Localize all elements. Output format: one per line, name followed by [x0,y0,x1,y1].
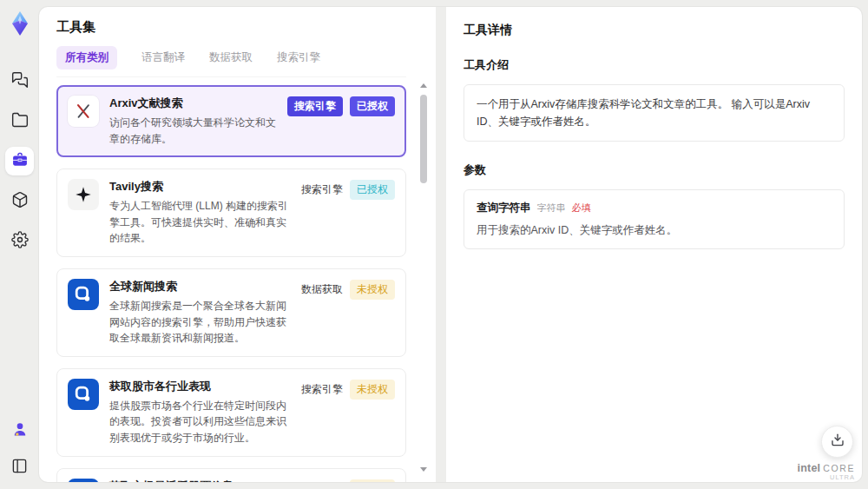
scrollbar-down-arrow-icon[interactable] [420,467,427,472]
tool-card[interactable]: 获取市场最活跃股票信息提供当天交易量最高的股票列表，投资者可以利用这些信息来识别… [56,468,406,482]
category-tab-3[interactable]: 搜索引擎 [277,46,320,69]
tool-name: Arxiv文献搜索 [109,96,279,111]
user-icon [11,420,29,440]
tool-info: Arxiv文献搜索访问各个研究领域大量科学论文和文章的存储库。 [109,96,279,147]
sidebar-bottom [0,416,39,481]
tool-badges: 搜索引擎已授权 [287,96,395,116]
category-badge: 搜索引擎 [301,180,343,200]
auth-badge: 未授权 [350,380,395,400]
params-heading: 参数 [464,162,845,178]
tool-description: 全球新闻搜索是一个聚合全球各大新闻网站内容的搜索引擎，帮助用户快速获取全球最新资… [109,298,293,347]
tool-card[interactable]: Tavily搜索专为人工智能代理 (LLM) 构建的搜索引擎工具。可快速提供实时… [56,169,406,257]
arxiv-icon [68,96,99,127]
param-required-badge: 必填 [572,202,591,215]
auth-badge: 已授权 [350,180,395,200]
user-button[interactable] [5,416,34,445]
tool-info: 获取股市各行业表现提供股票市场各个行业在特定时间段内的表现。投资者可以利用这些信… [109,379,293,446]
blue-app-icon [68,279,99,310]
blue-app-icon [68,379,99,410]
param-type: 字符串 [537,202,566,215]
detail-title: 工具详情 [464,23,845,38]
tavily-icon [68,179,99,210]
tool-card[interactable]: 全球新闻搜索全球新闻搜索是一个聚合全球各大新闻网站内容的搜索引擎，帮助用户快速获… [56,268,406,357]
tool-description: 访问各个研究领域大量科学论文和文章的存储库。 [109,115,279,147]
tool-description: 提供股票市场各个行业在特定时间段内的表现。投资者可以利用这些信息来识别表现优于或… [109,398,293,446]
main-panel: 工具集 所有类别语言翻译数据获取搜索引擎 Arxiv文献搜索访问各个研究领域大量… [39,7,862,482]
auth-badge: 未授权 [350,479,395,482]
folder-nav-button[interactable] [5,107,34,135]
tool-card[interactable]: Arxiv文献搜索访问各个研究领域大量科学论文和文章的存储库。搜索引擎已授权 [56,85,406,157]
sidebar-nav [5,67,34,255]
intel-core-logo: intelcore ultra [798,462,855,482]
category-badge: 数据获取 [301,280,343,300]
param-name: 查询字符串 [477,201,531,215]
ultra-text: ultra [798,474,855,482]
detail-panel: 工具详情 工具介绍 一个用于从Arxiv存储库搜索科学论文和文章的工具。 输入可… [436,7,862,482]
tool-name: 获取市场最活跃股票信息 [109,479,293,482]
tool-list: Arxiv文献搜索访问各个研究领域大量科学论文和文章的存储库。搜索引擎已授权Ta… [56,85,406,482]
list-scrollbar[interactable] [419,83,428,472]
tool-card[interactable]: 获取股市各行业表现提供股票市场各个行业在特定时间段内的表现。投资者可以利用这些信… [56,368,406,457]
chat-icon [11,71,29,91]
intro-text: 一个用于从Arxiv存储库搜索科学论文和文章的工具。 输入可以是Arxiv ID… [477,98,810,128]
cube-icon [11,191,29,211]
tool-name: 全球新闻搜索 [109,279,293,294]
settings-nav-button[interactable] [5,227,34,255]
folder-icon [11,111,29,131]
category-tab-0[interactable]: 所有类别 [56,46,117,69]
download-tray-icon [830,433,845,451]
panel-toggle-icon [11,458,28,477]
auth-badge: 已授权 [350,96,395,116]
tool-name: Tavily搜索 [109,179,293,195]
category-badge: 搜索引擎 [301,479,343,482]
tool-badges: 搜索引擎未授权 [301,380,395,400]
gear-icon [11,231,29,251]
auth-badge: 未授权 [350,280,395,300]
category-tab-1[interactable]: 语言翻译 [141,46,185,69]
category-badge: 搜索引擎 [287,96,343,116]
tool-name: 获取股市各行业表现 [109,379,293,394]
download-button[interactable] [821,426,853,458]
sidebar-rail [0,0,39,489]
cube-nav-button[interactable] [5,187,34,215]
tool-badges: 搜索引擎未授权 [301,479,395,482]
intel-text: intel [798,462,821,474]
panel-toggle-button[interactable] [5,453,34,481]
tool-info: 全球新闻搜索全球新闻搜索是一个聚合全球各大新闻网站内容的搜索引擎，帮助用户快速获… [109,279,293,347]
toolbox-icon [11,151,29,171]
core-text: core [823,463,855,473]
category-badge: 搜索引擎 [301,380,343,400]
tool-badges: 数据获取未授权 [301,280,395,300]
category-tabs: 所有类别语言翻译数据获取搜索引擎 [56,46,406,77]
tool-info: Tavily搜索专为人工智能代理 (LLM) 构建的搜索引擎工具。可快速提供实时… [109,179,293,247]
page-title: 工具集 [56,19,406,36]
intro-box: 一个用于从Arxiv存储库搜索科学论文和文章的工具。 输入可以是Arxiv ID… [464,84,845,142]
tool-badges: 搜索引擎已授权 [301,180,395,200]
tools-panel: 工具集 所有类别语言翻译数据获取搜索引擎 Arxiv文献搜索访问各个研究领域大量… [39,7,436,482]
param-desc: 用于搜索的Arxiv ID、关键字或作者姓名。 [477,223,832,238]
toolbox-nav-button[interactable] [5,147,34,175]
app-logo [7,10,33,37]
category-tab-2[interactable]: 数据获取 [209,46,253,69]
scrollbar-thumb[interactable] [420,95,427,183]
param-box: 查询字符串 字符串 必填 用于搜索的Arxiv ID、关键字或作者姓名。 [464,189,845,249]
tool-info: 获取市场最活跃股票信息提供当天交易量最高的股票列表，投资者可以利用这些信息来识别… [109,479,293,482]
chat-nav-button[interactable] [5,67,34,96]
scrollbar-up-arrow-icon[interactable] [420,83,427,88]
blue-app-icon [68,479,99,482]
tool-description: 专为人工智能代理 (LLM) 构建的搜索引擎工具。可快速提供实时、准确和真实的结… [109,198,293,247]
param-header: 查询字符串 字符串 必填 [477,201,832,215]
intro-heading: 工具介绍 [464,57,845,73]
